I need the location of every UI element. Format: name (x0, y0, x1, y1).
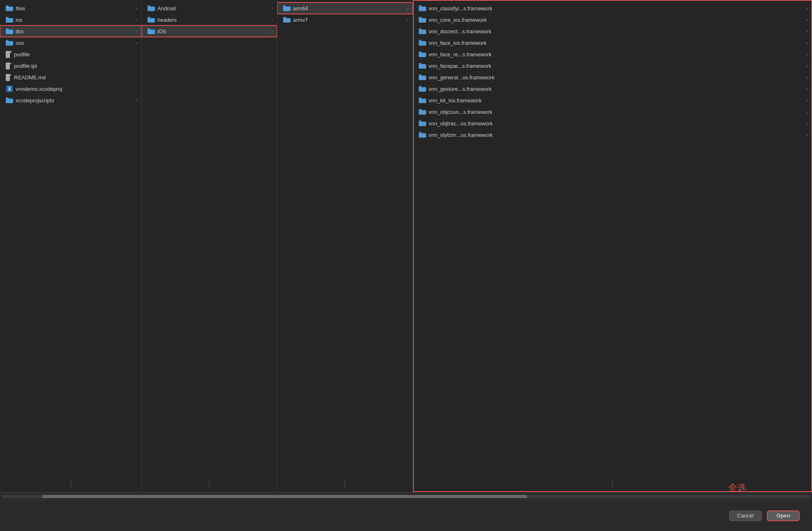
chevron-right-icon: › (806, 40, 808, 45)
folder-icon (148, 17, 155, 23)
list-item[interactable]: vnn_stylizin...os.framework › (413, 129, 812, 141)
column-resize-handle[interactable] (612, 480, 614, 488)
list-item-libs[interactable]: libs › (0, 25, 141, 37)
list-item[interactable]: vnn_general...os.framework › (413, 72, 812, 83)
xcodeproj-icon: X (6, 85, 13, 92)
horizontal-scrollbar[interactable] (0, 492, 812, 500)
svg-rect-27 (283, 5, 286, 7)
folder-icon (419, 17, 426, 23)
folder-icon (148, 5, 155, 11)
folder-icon (419, 97, 426, 103)
list-item[interactable]: README.md (0, 72, 141, 83)
list-item[interactable]: X vnndemo.xcodeproj (0, 83, 141, 95)
list-item[interactable]: vnn_gesture...s.framework › (413, 83, 812, 95)
item-label: vnn_facepar...s.framework (429, 63, 806, 69)
cancel-button[interactable]: Cancel (729, 510, 762, 521)
list-item-ios[interactable]: iOS › (142, 25, 277, 37)
list-item[interactable]: vnn_facepar...s.framework › (413, 60, 812, 72)
item-label: podfile.tpl (14, 63, 136, 69)
list-item-armv7[interactable]: armv7 › (277, 14, 413, 25)
svg-rect-7 (6, 41, 13, 46)
svg-rect-41 (419, 63, 422, 65)
svg-rect-40 (419, 64, 426, 69)
list-item[interactable]: podfile.tpl (0, 60, 141, 72)
folder-icon (419, 5, 426, 11)
chevron-right-icon: › (136, 29, 137, 34)
svg-rect-49 (419, 109, 422, 111)
chevron-right-icon: › (806, 29, 808, 34)
scrollbar-track (2, 495, 810, 498)
item-label: osx (16, 40, 136, 46)
column-resize-handle[interactable] (209, 480, 210, 488)
select-all-label: 全选 (728, 482, 746, 494)
column-resize-handle[interactable] (70, 480, 72, 488)
svg-rect-33 (419, 17, 422, 18)
chevron-right-icon: › (136, 98, 137, 103)
svg-rect-53 (419, 132, 422, 134)
scrollbar-thumb[interactable] (42, 495, 527, 498)
chevron-right-icon: › (136, 17, 137, 22)
list-item[interactable]: ios › (0, 14, 141, 25)
svg-rect-23 (148, 17, 150, 18)
item-label: ios (16, 17, 136, 23)
folder-icon (419, 109, 426, 115)
list-item[interactable]: podfile (0, 48, 141, 60)
folder-icon (419, 120, 426, 126)
open-button[interactable]: Open (767, 510, 800, 521)
list-item[interactable]: vnn_core_ios.framework › (413, 14, 812, 25)
item-label: vnn_docrect...s.framework (429, 28, 806, 35)
folder-icon (419, 74, 426, 80)
item-label: vnndemo.xcodeproj (16, 86, 136, 92)
svg-rect-38 (419, 53, 426, 57)
svg-rect-34 (419, 30, 426, 34)
list-item-headers[interactable]: headers › (142, 14, 277, 25)
svg-rect-6 (6, 28, 9, 30)
chevron-right-icon: › (806, 17, 808, 22)
svg-rect-39 (419, 51, 422, 53)
svg-rect-21 (148, 5, 150, 7)
chevron-right-icon: › (271, 6, 273, 11)
file-icon (6, 51, 12, 58)
folder-icon (283, 5, 291, 11)
list-item[interactable]: vnn_face_ios.framework › (413, 37, 812, 48)
list-item[interactable]: vnn_objcoun...s.framework › (413, 106, 812, 118)
list-item[interactable]: files › (0, 2, 141, 14)
chevron-right-icon: › (407, 6, 408, 11)
svg-text:X: X (8, 87, 11, 91)
list-item[interactable]: vnn_docrect...s.framework › (413, 25, 812, 37)
svg-rect-20 (148, 7, 155, 11)
item-label: vnn_objcoun...s.framework (429, 109, 806, 115)
item-label: libs (16, 28, 136, 35)
column-resize-handle[interactable] (344, 480, 346, 488)
svg-rect-22 (148, 18, 155, 23)
svg-rect-26 (283, 7, 291, 11)
list-item[interactable]: vnn_classifyi...s.framework › (413, 2, 812, 14)
svg-rect-4 (6, 17, 9, 18)
column-2: Android › headers › iOS › (142, 0, 277, 492)
svg-rect-31 (419, 5, 422, 7)
svg-rect-46 (419, 99, 426, 103)
list-item[interactable]: vnn_objtrac...os.framework › (413, 118, 812, 129)
item-label: README.md (14, 74, 136, 81)
svg-marker-15 (10, 74, 12, 76)
list-item[interactable]: osx › (0, 37, 141, 48)
column-4: vnn_classifyi...s.framework › vnn_core_i… (413, 0, 812, 492)
list-item-arm64[interactable]: arm64 › (277, 2, 413, 14)
folder-icon (148, 28, 155, 34)
list-item[interactable]: vnn_kit_ios.framework › (413, 95, 812, 106)
item-label: headers (157, 17, 271, 23)
list-item[interactable]: xcodeprojscripts › (0, 95, 141, 106)
list-item[interactable]: vnn_face_re...s.framework › (413, 48, 812, 60)
svg-rect-30 (419, 7, 426, 11)
folder-icon (6, 28, 13, 34)
file-icon (6, 74, 12, 81)
item-label: vnn_gesture...s.framework (429, 86, 806, 92)
list-item[interactable]: Android › (142, 2, 277, 14)
item-label: vnn_general...os.framework (429, 74, 806, 81)
folder-icon (6, 40, 13, 46)
chevron-right-icon: › (806, 86, 808, 91)
chevron-right-icon: › (136, 6, 137, 11)
item-label: vnn_kit_ios.framework (429, 97, 806, 104)
svg-rect-48 (419, 110, 426, 115)
folder-icon (283, 17, 291, 23)
